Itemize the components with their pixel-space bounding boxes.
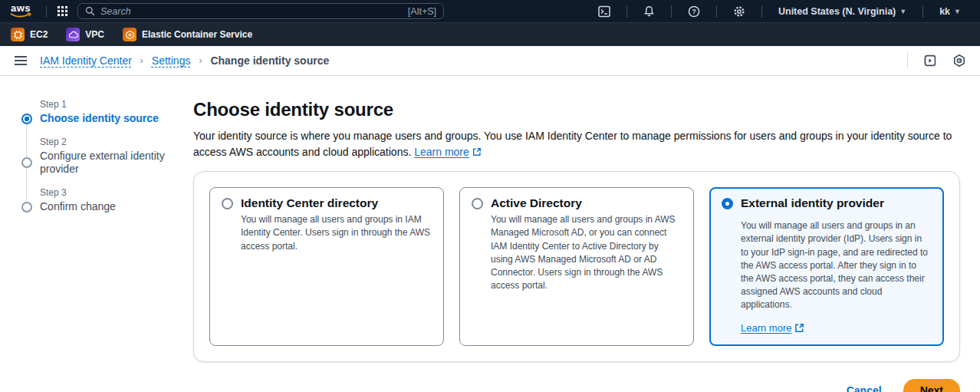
divider <box>46 5 47 18</box>
page-content: Step 1 Choose identity source Step 2 Con… <box>0 76 980 392</box>
search-box[interactable]: [Alt+S] <box>77 3 444 19</box>
aws-logo[interactable]: aws <box>9 4 32 18</box>
external-link-icon <box>472 147 482 156</box>
svg-text:?: ? <box>692 8 696 15</box>
tile-title: External identity provider <box>741 196 884 210</box>
next-button[interactable]: Next <box>903 379 960 392</box>
breadcrumb-iam-identity-center[interactable]: IAM Identity Center <box>40 54 132 67</box>
cloudshell-terminal-icon <box>598 5 610 18</box>
gear-icon <box>733 5 745 18</box>
favorites-bar: EC2 VPC Elastic Container Service <box>0 22 980 46</box>
step-radio-icon <box>21 202 32 212</box>
breadcrumb-separator: › <box>199 55 202 66</box>
radio-unchecked-icon[interactable] <box>222 198 233 209</box>
wizard-step-3: Step 3 Confirm change <box>21 187 193 213</box>
apps-grid-button[interactable] <box>53 3 71 20</box>
page-tools <box>907 53 966 68</box>
radio-unchecked-icon[interactable] <box>472 198 483 209</box>
hamburger-icon <box>14 55 28 66</box>
tile-title: Identity Center directory <box>241 196 378 210</box>
help-button[interactable]: ? <box>678 3 710 20</box>
favorite-label: VPC <box>85 29 104 40</box>
ecs-service-icon <box>123 28 136 41</box>
breadcrumb: IAM Identity Center › Settings › Change … <box>40 54 329 67</box>
breadcrumb-bar: IAM Identity Center › Settings › Change … <box>0 46 980 76</box>
tile-description: You will manage all users and groups in … <box>241 213 432 252</box>
favorite-vpc[interactable]: VPC <box>66 28 104 41</box>
main-panel: Choose identity source Your identity sou… <box>193 99 980 392</box>
top-navigation-bar: aws [Alt+S] <box>0 0 980 22</box>
breadcrumb-current-page: Change identity source <box>210 54 329 67</box>
tile-title: Active Directory <box>491 196 582 210</box>
step-radio-active-icon <box>21 114 32 124</box>
cloudshell-button[interactable] <box>588 3 620 20</box>
region-selector[interactable]: United States (N. Virginia) ▼ <box>768 6 916 17</box>
step-radio-icon <box>21 157 32 168</box>
search-input[interactable] <box>100 6 403 17</box>
search-shortcut-hint: [Alt+S] <box>408 6 436 17</box>
notifications-button[interactable] <box>633 3 665 20</box>
favorite-ec2[interactable]: EC2 <box>11 28 48 41</box>
side-menu-button[interactable] <box>14 55 28 66</box>
cancel-button[interactable]: Cancel <box>847 384 882 392</box>
favorite-ecs[interactable]: Elastic Container Service <box>123 28 252 41</box>
divider <box>626 5 627 18</box>
divider <box>716 5 717 18</box>
favorite-label: Elastic Container Service <box>142 29 252 40</box>
wizard-step-1: Step 1 Choose identity source <box>21 99 193 125</box>
page-description: Your identity source is where you manage… <box>193 128 960 160</box>
tile-description: You will manage all users and groups in … <box>491 213 682 292</box>
identity-source-options-container: Identity Center directory You will manag… <box>193 171 960 361</box>
tile-learn-more-link[interactable]: Learn more <box>741 322 804 334</box>
info-panel-icon <box>923 54 937 68</box>
chevron-down-icon: ▼ <box>954 8 961 15</box>
wizard-step-2: Step 2 Configure external identity provi… <box>21 137 193 176</box>
chevron-down-icon: ▼ <box>899 8 906 15</box>
info-panel-button[interactable] <box>923 54 937 68</box>
step-label: Confirm change <box>40 200 193 213</box>
resources-hexagon-button[interactable] <box>952 54 966 68</box>
step-label: Configure external identity provider <box>40 150 193 176</box>
learn-more-link[interactable]: Learn more <box>414 144 482 160</box>
wizard-steps-nav: Step 1 Choose identity source Step 2 Con… <box>0 99 193 392</box>
hexagon-clock-icon <box>952 54 966 68</box>
step-number: Step 1 <box>40 99 193 112</box>
tile-identity-center-directory[interactable]: Identity Center directory You will manag… <box>209 187 444 345</box>
account-label: kk <box>939 6 950 17</box>
question-circle-icon: ? <box>688 5 700 18</box>
ec2-service-icon <box>11 28 25 41</box>
breadcrumb-separator: › <box>140 55 143 66</box>
step-number: Step 3 <box>40 187 193 200</box>
topnav-utilities: ? United States (N. Virginia) ▼ kk ▼ <box>588 3 971 20</box>
divider <box>671 5 672 18</box>
page-title: Choose identity source <box>193 99 960 120</box>
bell-icon <box>643 5 655 17</box>
divider <box>907 53 908 68</box>
search-icon <box>85 6 95 16</box>
divider <box>761 5 762 18</box>
radio-checked-icon[interactable] <box>722 198 733 209</box>
account-menu[interactable]: kk ▼ <box>929 6 971 17</box>
step-label: Choose identity source <box>40 112 193 125</box>
aws-smile-icon <box>9 12 32 18</box>
aws-logo-text: aws <box>11 4 31 12</box>
tile-active-directory[interactable]: Active Directory You will manage all use… <box>459 187 694 345</box>
vpc-service-icon <box>66 28 80 41</box>
tile-description: You will manage all users and groups in … <box>741 219 932 311</box>
apps-grid-icon <box>58 6 60 8</box>
tile-external-identity-provider[interactable]: External identity provider You will mana… <box>709 187 944 345</box>
external-link-icon <box>794 323 804 333</box>
region-label: United States (N. Virginia) <box>778 6 896 17</box>
step-number: Step 2 <box>40 137 193 150</box>
page-description-text: Your identity source is where you manage… <box>193 130 952 158</box>
wizard-actions: Cancel Next <box>193 379 960 392</box>
divider <box>922 5 923 18</box>
breadcrumb-settings[interactable]: Settings <box>152 54 191 67</box>
settings-button[interactable] <box>723 3 755 20</box>
favorite-label: EC2 <box>30 29 48 40</box>
